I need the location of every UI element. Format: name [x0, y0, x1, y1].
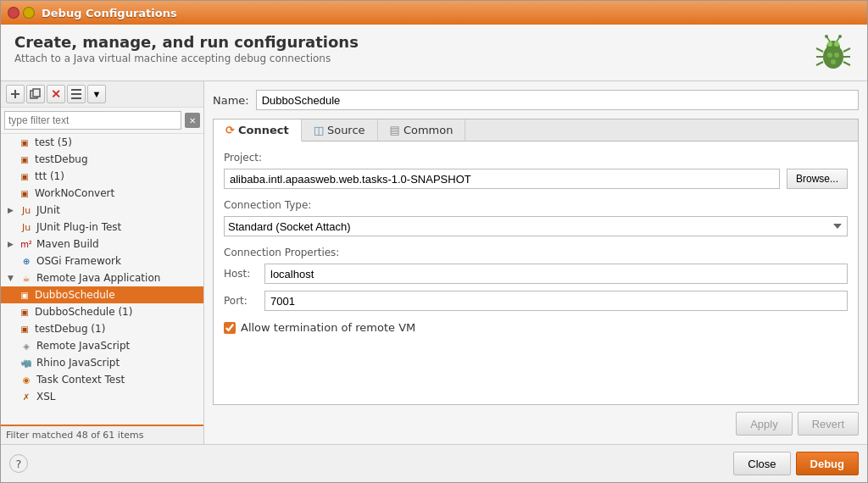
junit-icon: ▣: [18, 136, 31, 149]
list-item-xsl[interactable]: ✗ XSL: [1, 388, 203, 405]
list-item[interactable]: ▣ test (5): [1, 134, 203, 151]
project-section: Project: Browse...: [224, 152, 848, 189]
host-input[interactable]: [264, 264, 848, 284]
tree-list: ▣ test (5) ▣ testDebug ▣ ttt (1) ▣ WorkN…: [1, 134, 203, 425]
debug-button[interactable]: Debug: [796, 452, 859, 475]
item-label: DubboSchedule: [35, 289, 115, 301]
name-input[interactable]: [256, 90, 859, 110]
connect-icon: ⟳: [225, 124, 235, 136]
list-item-remote-js[interactable]: ◈ Remote JavaScript: [1, 337, 203, 354]
collapse-all-button[interactable]: [67, 85, 86, 103]
item-label: Remote Java Application: [36, 272, 160, 284]
expand-all-button[interactable]: ▼: [87, 85, 106, 103]
allow-termination-checkbox[interactable]: [224, 322, 236, 334]
host-label: Host:: [224, 268, 258, 280]
svg-line-4: [816, 48, 823, 52]
junit-plugin-icon: Ju: [19, 220, 33, 234]
name-row: Name:: [213, 90, 859, 110]
group-item-remote-java[interactable]: ▼ ☕ Remote Java Application: [1, 269, 203, 286]
svg-point-3: [834, 42, 839, 47]
name-label: Name:: [213, 94, 249, 107]
connection-type-row: Standard (Socket Attach): [224, 216, 848, 236]
svg-rect-21: [71, 93, 81, 95]
revert-button[interactable]: Revert: [798, 412, 859, 436]
junit-icon: ▣: [18, 186, 31, 200]
tabs-area: ⟳ Connect ◫ Source ▤ Common Proj: [213, 119, 859, 405]
junit-icon: ▣: [18, 153, 31, 166]
item-label: JUnit Plug-in Test: [36, 221, 121, 233]
item-label: OSGi Framework: [36, 255, 121, 267]
item-label: JUnit: [36, 204, 60, 216]
xsl-icon: ✗: [19, 390, 33, 403]
item-label: Maven Build: [36, 238, 99, 250]
svg-rect-22: [71, 89, 81, 91]
junit-group-icon: Ju: [19, 203, 33, 217]
duplicate-config-button[interactable]: [26, 85, 45, 103]
filter-input[interactable]: [4, 111, 181, 130]
group-item-maven[interactable]: ▶ m² Maven Build: [1, 236, 203, 253]
tab-common-label: Common: [403, 124, 453, 136]
connection-props-label: Connection Properties:: [224, 247, 848, 258]
tab-connect[interactable]: ⟳ Connect: [214, 119, 302, 142]
tab-source[interactable]: ◫ Source: [302, 119, 378, 141]
svg-rect-23: [71, 97, 81, 99]
expand-arrow: ▼: [8, 274, 18, 282]
project-input[interactable]: [224, 169, 780, 189]
port-label: Port:: [224, 295, 258, 307]
list-item-dubbo-schedule[interactable]: ▣ DubboSchedule: [1, 286, 203, 303]
connection-props-section: Connection Properties: Host: Port:: [224, 247, 848, 311]
list-item-dubbo-schedule-1[interactable]: ▣ DubboSchedule (1): [1, 303, 203, 320]
task-icon: ◉: [19, 373, 33, 386]
item-label: testDebug: [35, 153, 88, 165]
connection-type-select[interactable]: Standard (Socket Attach): [224, 216, 848, 236]
list-item[interactable]: ▣ testDebug: [1, 151, 203, 168]
left-toolbar: ✕ ▼: [1, 81, 203, 108]
item-label: test (5): [35, 136, 72, 148]
close-window-button[interactable]: [8, 7, 19, 19]
list-item[interactable]: ▣ WorkNoConvert: [1, 185, 203, 202]
help-button[interactable]: ?: [9, 454, 28, 473]
remote-icon: ▣: [18, 305, 31, 319]
tab-common[interactable]: ▤ Common: [378, 119, 466, 141]
svg-point-14: [827, 53, 832, 58]
remote-icon: ▣: [18, 322, 31, 336]
osgi-icon: ⊕: [19, 254, 33, 268]
list-item-task-context[interactable]: ◉ Task Context Test: [1, 371, 203, 388]
action-buttons: Close Debug: [733, 452, 859, 475]
maven-icon: m²: [19, 237, 33, 251]
tabs-header: ⟳ Connect ◫ Source ▤ Common: [214, 119, 858, 142]
remote-java-icon: ☕: [19, 271, 33, 285]
svg-line-9: [843, 62, 850, 65]
project-row: Browse...: [224, 169, 848, 189]
list-item-osgi[interactable]: ⊕ OSGi Framework: [1, 253, 203, 269]
debug-configurations-window: Debug Configurations Create, manage, and…: [0, 0, 868, 483]
header-subtitle: Attach to a Java virtual machine accepti…: [14, 53, 359, 64]
filter-clear-button[interactable]: ✕: [185, 113, 200, 128]
list-item-rhino[interactable]: 🦏 Rhino JavaScript: [1, 354, 203, 371]
list-item-junit-plugin[interactable]: Ju JUnit Plug-in Test: [1, 219, 203, 236]
svg-point-12: [825, 35, 828, 38]
list-item[interactable]: ▣ ttt (1): [1, 168, 203, 185]
port-input[interactable]: [264, 291, 848, 311]
browse-button[interactable]: Browse...: [787, 169, 848, 189]
remote-icon: ▣: [18, 288, 31, 302]
item-label: Rhino JavaScript: [36, 357, 120, 369]
apply-button[interactable]: Apply: [736, 412, 793, 436]
bottom-bar: ? Close Debug: [1, 444, 867, 482]
delete-config-button[interactable]: ✕: [47, 85, 65, 103]
item-label: Remote JavaScript: [36, 340, 130, 352]
svg-rect-20: [33, 89, 40, 97]
connection-type-section: Connection Type: Standard (Socket Attach…: [224, 199, 848, 236]
list-item-testdebug-1[interactable]: ▣ testDebug (1): [1, 320, 203, 337]
group-item-junit[interactable]: ▶ Ju JUnit: [1, 202, 203, 219]
window-title: Debug Configurations: [42, 7, 177, 19]
junit-icon: ▣: [18, 169, 31, 183]
minimize-window-button[interactable]: [23, 7, 35, 19]
connection-type-label: Connection Type:: [224, 199, 848, 211]
new-config-button[interactable]: [6, 85, 25, 103]
svg-point-13: [838, 35, 842, 38]
filter-area: ✕: [1, 108, 203, 134]
close-button[interactable]: Close: [733, 452, 790, 475]
svg-point-2: [827, 42, 832, 47]
titlebar: Debug Configurations: [1, 1, 867, 25]
